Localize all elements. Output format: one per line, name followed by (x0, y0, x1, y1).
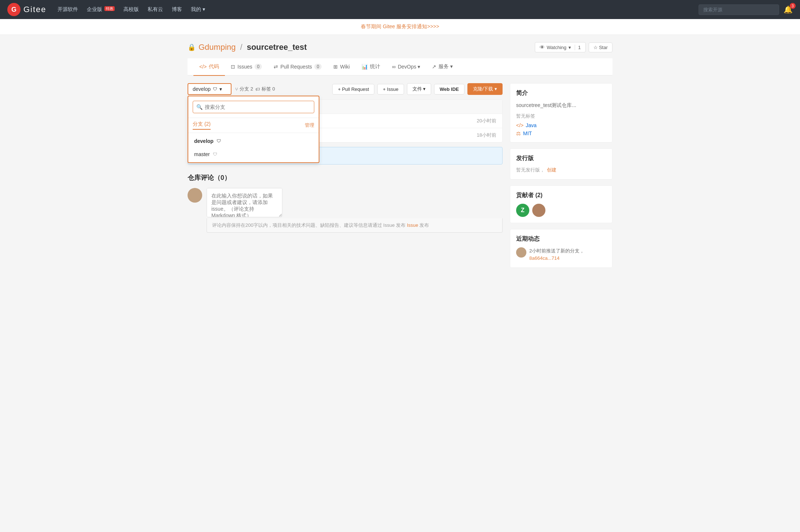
wiki-icon: ⊞ (333, 64, 338, 70)
nav-right: 🔔 3 (699, 4, 793, 15)
comment-input[interactable] (207, 188, 282, 217)
comment-section-title: 仓库评论（0） (188, 173, 503, 182)
contributor-avatars: Z (516, 204, 606, 217)
activity-avatar (516, 247, 526, 258)
repo-owner[interactable]: Gdumping (199, 43, 236, 52)
nav-item-private[interactable]: 私有云 (148, 6, 163, 13)
branch-count-item[interactable]: ⑂ 分支 2 (235, 86, 253, 92)
contributor-avatar-2[interactable] (532, 204, 545, 217)
branch-search-icon: 🔍 (196, 104, 203, 110)
shield-icon: 🛡 (213, 86, 217, 92)
tab-issues-label: Issues (237, 64, 252, 70)
branch-item-master[interactable]: master 🛡 (188, 148, 319, 161)
star-button[interactable]: ☆ Star (589, 43, 612, 52)
repo-body: develop 🛡 ▾ 🔍 (188, 83, 612, 274)
repo-main: develop 🛡 ▾ 🔍 (188, 83, 503, 274)
nav-item-mine[interactable]: 我的 ▾ (191, 6, 205, 13)
nav-item-opensource[interactable]: 开源软件 (58, 6, 78, 13)
branch-bar: develop 🛡 ▾ 🔍 (188, 83, 503, 95)
comment-form: 评论内容保持在200字以内，项目相关的技术问题、缺陷报告、建议等信息请通过 Is… (188, 188, 503, 233)
activity-commit-link[interactable]: 8a664ca...714 (529, 255, 559, 261)
tab-services[interactable]: ↗ 服务 ▾ (426, 58, 459, 76)
language-label: Java (526, 122, 537, 128)
file-time-2: 18小时前 (477, 132, 496, 138)
tag-icon: 🏷 (255, 86, 260, 92)
branch-item-develop[interactable]: develop 🛡 (188, 134, 319, 148)
pr-badge: 0 (314, 64, 322, 70)
comment-input-wrap: 评论内容保持在200字以内，项目相关的技术问题、缺陷报告、建议等信息请通过 Is… (207, 188, 503, 233)
sidebar-activity: 近期动态 2小时前推送了新的分支， 8a664ca...714 (510, 229, 612, 268)
nav-links: 开源软件 企业版 特惠 高校版 私有云 博客 我的 ▾ (58, 6, 688, 13)
code-icon: </> (199, 64, 207, 70)
sidebar-contributors: 贡献者 (2) Z (510, 185, 612, 223)
announcement-link[interactable]: 春节期间 Gitee 服务安排通知>>>> (361, 23, 439, 29)
tab-stats[interactable]: 📊 统计 (356, 58, 386, 76)
tab-devops-label: DevOps ▾ (398, 64, 420, 70)
branch-dropdown-arrow: ▾ (219, 86, 222, 92)
activity-item: 2小时前推送了新的分支， 8a664ca...714 (516, 247, 606, 262)
issues-icon: ⊡ (231, 64, 235, 70)
comment-section: 仓库评论（0） 评论内容保持在200字以内，项目相关的技术问题、缺陷报告、建议等… (188, 173, 503, 233)
star-label: ☆ Star (593, 45, 608, 50)
activity-title: 近期动态 (516, 235, 606, 243)
branch-search-input[interactable] (193, 101, 314, 113)
branch-master-shield: 🛡 (213, 152, 217, 157)
nav-item-enterprise[interactable]: 企业版 特惠 (87, 6, 115, 13)
activity-text: 2小时前推送了新的分支， 8a664ca...714 (529, 247, 606, 262)
branch-develop-name: develop (194, 138, 214, 144)
branch-meta: ⑂ 分支 2 🏷 标签 0 (235, 86, 275, 92)
repo-name[interactable]: sourcetree_test (247, 43, 307, 52)
sidebar-tag: 暂无标签 (516, 113, 606, 119)
branch-search-wrap: 🔍 (193, 101, 314, 113)
search-input[interactable] (699, 4, 779, 15)
contributor-avatar-1[interactable]: Z (516, 204, 529, 217)
eye-icon: 👁 (540, 44, 545, 50)
clone-download-button[interactable]: 克隆/下载 ▾ (467, 83, 503, 95)
logo[interactable]: G Gitee (7, 3, 47, 16)
issue-button[interactable]: + Issue (377, 84, 404, 95)
stats-icon: 📊 (362, 64, 368, 70)
tag-count-label: 标签 0 (262, 86, 275, 92)
tab-code-label: 代码 (209, 63, 219, 70)
watch-button[interactable]: 👁 Watching ▾ 1 (535, 42, 586, 52)
branch-manage-link[interactable]: 管理 (305, 122, 314, 129)
issue-link-in-footer[interactable]: Issue (407, 222, 418, 228)
sidebar-description: sourcetree_test测试仓库... (516, 101, 606, 109)
nav-item-university[interactable]: 高校版 (123, 6, 139, 13)
sidebar-license[interactable]: ⚖ MIT (516, 130, 606, 136)
tab-pullrequests[interactable]: ⇄ Pull Requests 0 (268, 59, 327, 75)
tab-code[interactable]: </> 代码 (193, 58, 225, 76)
repo-actions: 👁 Watching ▾ 1 ☆ Star (535, 42, 612, 52)
repo-title: 🔒 Gdumping / sourcetree_test (188, 43, 307, 52)
release-none: 暂无发行版， 创建 (516, 167, 606, 173)
pull-request-button[interactable]: + Pull Request (332, 84, 374, 95)
services-icon: ↗ (432, 64, 436, 70)
branch-fork-icon: ⑂ (235, 86, 238, 92)
notification-bell[interactable]: 🔔 3 (784, 5, 793, 14)
release-create-link[interactable]: 创建 (547, 167, 556, 173)
comment-avatar (188, 188, 202, 203)
watch-dropdown-icon: ▾ (568, 45, 571, 50)
logo-text: Gitee (23, 5, 47, 14)
sidebar-language[interactable]: </> Java (516, 122, 606, 128)
tab-devops[interactable]: ∞ DevOps ▾ (386, 59, 426, 75)
announcement-bar: 春节期间 Gitee 服务安排通知>>>> (0, 19, 800, 35)
watch-count: 1 (575, 45, 581, 50)
branch-search-area: 🔍 (188, 96, 319, 118)
branch-menu: 🔍 分支 (2) 管理 develop (188, 96, 319, 163)
branch-tab-branches[interactable]: 分支 (2) (193, 121, 211, 130)
file-button[interactable]: 文件 ▾ (407, 83, 432, 95)
code-lang-icon: </> (516, 122, 523, 128)
branch-selector-button[interactable]: develop 🛡 ▾ (188, 83, 232, 95)
issues-badge: 0 (255, 64, 262, 70)
tab-issues[interactable]: ⊡ Issues 0 (225, 59, 268, 75)
pr-icon: ⇄ (274, 64, 278, 70)
tab-services-label: 服务 ▾ (438, 63, 453, 70)
tag-count-item[interactable]: 🏷 标签 0 (255, 86, 275, 92)
logo-letter: G (11, 6, 16, 14)
tab-wiki[interactable]: ⊞ Wiki (327, 59, 355, 75)
webide-button[interactable]: Web IDE (434, 84, 464, 95)
nav-item-blog[interactable]: 博客 (172, 6, 182, 13)
release-title: 发行版 (516, 155, 606, 162)
license-label: MIT (523, 130, 532, 136)
